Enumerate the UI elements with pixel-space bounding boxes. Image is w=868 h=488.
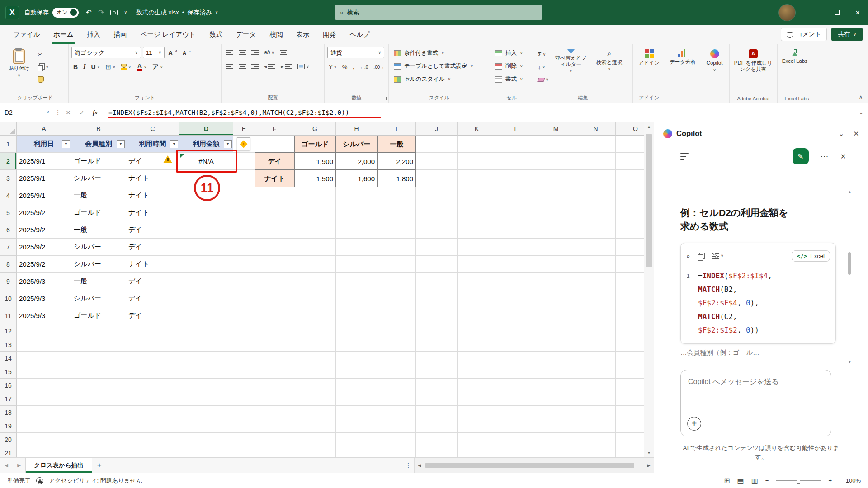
col-header-J[interactable]: J <box>416 122 458 136</box>
font-name-select[interactable]: 游ゴシック∨ <box>71 47 141 58</box>
percent-style-button[interactable]: % <box>340 61 349 72</box>
cell-E7[interactable] <box>233 239 255 256</box>
row-header-16[interactable]: 16 <box>0 379 17 392</box>
paste-button[interactable]: 貼り付け ∨ <box>5 47 33 94</box>
cell-E20[interactable] <box>233 433 255 446</box>
cell-E8[interactable] <box>233 256 255 273</box>
col-header-C[interactable]: C <box>126 122 179 136</box>
cell-D12[interactable] <box>179 324 233 338</box>
cell-H15[interactable] <box>336 365 377 379</box>
cell-D8[interactable] <box>179 256 233 273</box>
cell-E18[interactable] <box>233 406 255 419</box>
row-header-6[interactable]: 6 <box>0 221 17 239</box>
col-header-E[interactable]: E <box>233 122 255 136</box>
spreadsheet-grid[interactable]: ABCDEFGHIJKLMNO1利用日▼会員種別▼利用時間▼利用金額▼ゴールドシ… <box>0 122 644 457</box>
cell-O12[interactable] <box>616 324 644 338</box>
row-header-7[interactable]: 7 <box>0 239 17 256</box>
cell-J10[interactable] <box>416 290 458 307</box>
cell-E19[interactable] <box>233 419 255 433</box>
cell-O21[interactable] <box>616 446 644 457</box>
cell-J20[interactable] <box>416 433 458 446</box>
cell-J8[interactable] <box>416 256 458 273</box>
excel-labs-button[interactable]: Excel Labs <box>780 47 809 94</box>
row-header-1[interactable]: 1 <box>0 136 17 153</box>
sort-filter-button[interactable]: 並べ替えとフィルター∨ <box>553 47 589 94</box>
cell-J11[interactable] <box>416 307 458 324</box>
cell-B7[interactable]: シルバー <box>71 239 126 256</box>
cell-M21[interactable] <box>536 446 576 457</box>
cell-N14[interactable] <box>576 352 616 365</box>
phonetic-guide-button[interactable]: ア∨ <box>151 61 165 72</box>
decrease-decimal-button[interactable]: .00→ <box>372 61 386 72</box>
wrap-text-button[interactable] <box>278 47 289 58</box>
comments-button[interactable]: コメント <box>781 28 827 41</box>
cell-G8[interactable] <box>294 256 336 273</box>
cell-K3[interactable] <box>458 170 496 187</box>
cell-A1[interactable]: 利用日▼ <box>17 136 71 153</box>
cell-D10[interactable] <box>179 290 233 307</box>
cell-B14[interactable] <box>71 352 126 365</box>
cell-N8[interactable] <box>576 256 616 273</box>
comma-style-button[interactable]: , <box>351 61 356 72</box>
vertical-scrollbar[interactable]: ▲ ▼ <box>644 122 654 457</box>
row-header-14[interactable]: 14 <box>0 352 17 365</box>
new-sheet-button[interactable]: + <box>92 458 107 473</box>
cell-D5[interactable] <box>179 204 233 221</box>
cell-H4[interactable] <box>336 187 377 204</box>
cell-E21[interactable] <box>233 446 255 457</box>
expand-formula-bar-button[interactable]: ⌄ <box>854 103 868 122</box>
copy-button[interactable]: ∨ <box>36 61 51 72</box>
conditional-formatting-button[interactable]: 条件付き書式∨ <box>392 47 487 59</box>
cell-C15[interactable] <box>126 365 179 379</box>
cell-N12[interactable] <box>576 324 616 338</box>
cell-F2[interactable]: デイ <box>255 153 294 170</box>
col-header-A[interactable]: A <box>17 122 71 136</box>
cell-F17[interactable] <box>255 392 294 406</box>
cell-N21[interactable] <box>576 446 616 457</box>
next-sheet-button[interactable]: ▶ <box>13 458 25 473</box>
row-header-15[interactable]: 15 <box>0 365 17 379</box>
row-header-19[interactable]: 19 <box>0 419 17 433</box>
cell-K21[interactable] <box>458 446 496 457</box>
cell-G1[interactable]: ゴールド <box>294 136 336 153</box>
share-button[interactable]: 共有∨ <box>831 28 863 41</box>
cell-C3[interactable]: ナイト <box>126 170 179 187</box>
cell-F1[interactable] <box>255 136 294 153</box>
cell-C20[interactable] <box>126 433 179 446</box>
cell-K7[interactable] <box>458 239 496 256</box>
cell-M12[interactable] <box>536 324 576 338</box>
cell-I13[interactable] <box>377 338 416 352</box>
cell-O17[interactable] <box>616 392 644 406</box>
cell-G20[interactable] <box>294 433 336 446</box>
cell-J12[interactable] <box>416 324 458 338</box>
insert-cells-button[interactable]: 挿入∨ <box>493 47 530 59</box>
cell-L9[interactable] <box>496 273 536 290</box>
cell-O16[interactable] <box>616 379 644 392</box>
cell-K13[interactable] <box>458 338 496 352</box>
cell-A18[interactable] <box>17 406 71 419</box>
cell-M13[interactable] <box>536 338 576 352</box>
search-input[interactable]: ⌕ 検索 <box>335 5 542 20</box>
cell-M15[interactable] <box>536 365 576 379</box>
cell-L12[interactable] <box>496 324 536 338</box>
cancel-entry-button[interactable]: ✕ <box>61 103 75 122</box>
select-all-corner[interactable] <box>0 122 17 136</box>
cell-O3[interactable] <box>616 170 644 187</box>
cell-M6[interactable] <box>536 221 576 239</box>
cell-C13[interactable] <box>126 338 179 352</box>
cell-O9[interactable] <box>616 273 644 290</box>
cell-M10[interactable] <box>536 290 576 307</box>
row-header-8[interactable]: 8 <box>0 256 17 273</box>
cell-I15[interactable] <box>377 365 416 379</box>
cell-F15[interactable] <box>255 365 294 379</box>
tab-view[interactable]: 表示 <box>289 25 316 44</box>
cell-L18[interactable] <box>496 406 536 419</box>
cell-I20[interactable] <box>377 433 416 446</box>
dialog-launcher-icon[interactable] <box>63 97 66 100</box>
clear-button[interactable]: ∨ <box>536 74 551 85</box>
cell-G11[interactable] <box>294 307 336 324</box>
cell-O4[interactable] <box>616 187 644 204</box>
col-header-M[interactable]: M <box>536 122 576 136</box>
cell-H11[interactable] <box>336 307 377 324</box>
cell-D18[interactable] <box>179 406 233 419</box>
